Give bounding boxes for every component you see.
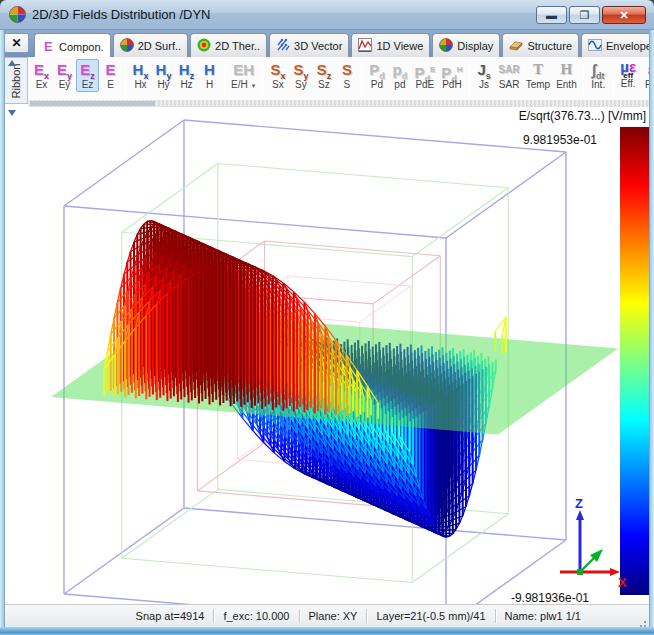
toolbar-group-e-field: ExExEyEyEzEzEE (30, 59, 122, 92)
toolbar-button-ez[interactable]: EzEz (76, 59, 99, 92)
toolbar-separator (613, 61, 614, 97)
toolbar-button-s[interactable]: SS (335, 59, 358, 92)
slab-icon (509, 38, 523, 54)
statusbar-field: Name: plw1 1/1 (496, 610, 590, 622)
ribbon-close-button[interactable]: ✕ (4, 33, 29, 53)
toolbar-group-power: PdPdpdpdPdEPdEPdHPdH (365, 59, 465, 92)
restore-button[interactable]: ❐ (569, 6, 600, 24)
toolbar-separator (224, 61, 225, 97)
toolbar-group-poynting: SxSxSySySzSzSS (266, 59, 358, 92)
tab-label: Envelope (606, 40, 652, 52)
toolbar-button-ey[interactable]: EyEy (53, 59, 76, 92)
toolbar-button-sar: SARSAR (496, 59, 523, 92)
vectors-icon (276, 38, 290, 54)
tab-2d-ther[interactable]: 2D Ther.. (190, 33, 267, 57)
tab-strip: ECompon.2D Surf..2D Ther..3D Vector1D Vi… (34, 33, 654, 57)
ribbon-scroll-down-icon[interactable] (8, 110, 16, 116)
toolbar-button-eh: EHE/H ▼ (228, 59, 259, 93)
tab-2d-surf[interactable]: 2D Surf.. (113, 33, 188, 57)
toolbar-button-pde: PdEPdE (411, 59, 438, 92)
toolbar-separator (583, 61, 584, 97)
toolbar-button-eff[interactable]: µεeffEff. (617, 59, 640, 92)
toolbar-button-js[interactable]: JsJs (473, 59, 496, 92)
toolbar-scrollbar-thumb[interactable] (30, 101, 155, 106)
tab-label: Display (457, 40, 493, 52)
svg-text:Z: Z (575, 498, 583, 511)
axes-triad: ZX (546, 498, 630, 590)
toolbar-group-integrate: ∫dtInt. (587, 59, 610, 92)
tab-label: 1D Viewe (376, 40, 423, 52)
plot-client-area: E/sqrt(376.73...) [V/mm] 9.981953e-01 -9… (5, 107, 649, 604)
tab-3d-vector[interactable]: 3D Vector (269, 33, 349, 57)
tab-label: 3D Vector (294, 40, 342, 52)
colorbar-max-value: 9.981953e-01 (523, 133, 597, 147)
tab-envelope[interactable]: Envelope (581, 33, 654, 57)
statusbar-field: Layer=21(-0.5 mm)/41 (367, 610, 494, 622)
toolbar-button-pdh: PdHPdH (438, 59, 465, 92)
globe-icon (439, 38, 453, 54)
svg-text:E: E (44, 39, 53, 53)
x-axis: X (560, 568, 627, 590)
toolbar-button-pd2: pdpd (388, 59, 411, 92)
tab-compon[interactable]: ECompon. (34, 33, 111, 57)
close-button[interactable]: ✕ (602, 6, 646, 24)
toolbar-group-eh-ratio: EHE/H ▼ (228, 59, 259, 93)
toolbar-button-h[interactable]: HH (198, 59, 221, 92)
toolbar-group-h-field: HxHxHyHyHzHzHH (129, 59, 221, 92)
tab-structure[interactable]: Structure (502, 33, 579, 57)
statusbar-field: f_exc: 10.000 (214, 610, 298, 622)
tab-label: Structure (527, 40, 572, 52)
e-letter-icon: E (41, 39, 55, 55)
toolbar-scrollbar[interactable] (28, 100, 654, 107)
window-border-bottom (0, 627, 654, 635)
toolbar-button-sy[interactable]: SySy (289, 59, 312, 92)
tab-label: 2D Ther.. (215, 40, 260, 52)
app-window: 2D/3D Fields Distribution /DYN ▬ ❐ ✕ ✕ E… (0, 0, 654, 635)
tab-display[interactable]: Display (432, 33, 500, 57)
toolbar-button-e[interactable]: EE (99, 59, 122, 92)
tab-label: Compon. (59, 41, 104, 53)
app-icon (9, 6, 26, 23)
toolbar-button-pd: PdPd (365, 59, 388, 92)
toolbar-separator (262, 61, 263, 97)
window-border-left (0, 30, 5, 627)
toolbar-button-hz[interactable]: HzHz (175, 59, 198, 92)
statusbar-field: Snap at=4914 (127, 610, 214, 622)
colorbar-min-value: -9.981936e-01 (511, 591, 589, 604)
toolbar-button-sz[interactable]: SzSz (312, 59, 335, 92)
minimize-button[interactable]: ▬ (536, 6, 567, 24)
svg-text:X: X (618, 575, 627, 590)
toolbar-separator (469, 61, 470, 97)
toolbar-button-temp: TTemp (523, 59, 553, 92)
window-title: 2D/3D Fields Distribution /DYN (32, 7, 210, 22)
ribbon-scroll-up-icon[interactable] (8, 60, 16, 66)
ribbon-strip-label: Ribbon (10, 63, 22, 98)
toolbar-separator (125, 61, 126, 97)
toolbar-button-enth: HEnth (553, 59, 580, 92)
tab-label: 2D Surf.. (138, 40, 181, 52)
toolbar-button-hx[interactable]: HxHx (129, 59, 152, 92)
window-border-right (649, 30, 654, 627)
toolbar-button-sx[interactable]: SxSx (266, 59, 289, 92)
toolbar-button-int[interactable]: ∫dtInt. (587, 59, 610, 92)
ribbon-toolbar: ExExEyEyEzEzEEHxHxHyHyHzHzHHEHE/H ▼SxSxS… (0, 57, 654, 100)
colorbar-title: E/sqrt(376.73...) [V/mm] (519, 109, 646, 123)
title-bar[interactable]: 2D/3D Fields Distribution /DYN ▬ ❐ ✕ (0, 0, 654, 30)
toolbar-button-hy[interactable]: HyHy (152, 59, 175, 92)
toolbar-button-ex[interactable]: ExEx (30, 59, 53, 92)
status-bar: Snap at=4914f_exc: 10.000Plane: XYLayer=… (0, 604, 654, 627)
wave-icon (588, 38, 602, 54)
tab-bar: ✕ ECompon.2D Surf..2D Ther..3D Vector1D … (0, 30, 654, 57)
tab-1d-viewe[interactable]: 1D Viewe (351, 33, 430, 57)
statusbar-field: Plane: XY (300, 610, 367, 622)
thermal-icon (197, 38, 211, 54)
toolbar-separator (361, 61, 362, 97)
globe-icon (120, 38, 134, 54)
toolbar-group-misc: JsJsSARSARTTempHEnth (473, 59, 580, 92)
chart1d-icon (358, 38, 372, 54)
z-axis: Z (575, 498, 584, 572)
